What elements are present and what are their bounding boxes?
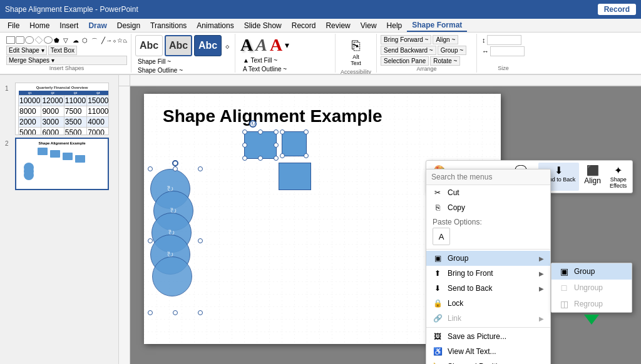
context-menu: ✂ Cut ⎘ Copy Paste Options: A ▣ Group ▶ <box>426 169 551 364</box>
shape-icon-2[interactable] <box>16 36 24 44</box>
context-item-bring-front[interactable]: ⬆ Bring to Front ▶ <box>426 266 550 281</box>
context-item-cut[interactable]: ✂ Cut <box>426 185 550 200</box>
menu-record[interactable]: Record <box>287 20 321 31</box>
context-item-copy[interactable]: ⎘ Copy <box>426 200 550 215</box>
shape-icon-8[interactable]: ☁ <box>73 37 81 44</box>
shape-icon-4[interactable] <box>35 36 43 44</box>
context-item-send-back[interactable]: ⬇ Send to Back ▶ <box>426 281 550 296</box>
group-arrow-icon: ▶ <box>539 255 544 262</box>
send-back-icon: ⬇ <box>555 164 563 176</box>
slide-thumb-1[interactable]: 1 Quarterly Financial Overview Q1Q2Q3Q4 … <box>15 83 108 135</box>
wordart-a3[interactable]: A <box>270 35 282 55</box>
slide-number-2: 2 <box>5 140 9 147</box>
menu-review[interactable]: Review <box>320 20 355 31</box>
menu-draw[interactable]: Draw <box>83 20 111 31</box>
shape-icon-15[interactable]: ⏢ <box>123 37 127 44</box>
merge-shapes-button[interactable]: Merge Shapes ▾ <box>6 56 127 65</box>
group-ribbon-button[interactable]: Group ~ <box>438 46 466 55</box>
paste-option-1[interactable]: A <box>433 228 450 245</box>
height-icon: ↕ <box>482 36 486 44</box>
alt-text-ctx-icon: ♿ <box>433 347 443 356</box>
menu-design[interactable]: Design <box>112 20 145 31</box>
menu-shape-format[interactable]: Shape Format <box>407 19 467 32</box>
shape-outline-button[interactable]: Shape Outline ~ <box>135 66 231 74</box>
arrange-label: Arrange <box>381 66 473 72</box>
menu-help[interactable]: Help <box>382 20 408 31</box>
context-item-group[interactable]: ▣ Group ▶ <box>426 251 550 266</box>
align-toolbar-button[interactable]: ⬛ Align <box>580 163 605 191</box>
wordart-more[interactable]: ▾ <box>285 40 289 50</box>
slide2-title: Shape Alignment Example <box>19 141 105 145</box>
context-item-size-position[interactable]: 📐 Size and Position... <box>426 359 550 364</box>
text-fill-button[interactable]: ▲ Text Fill ~ <box>240 56 330 64</box>
shape-icon-10[interactable]: ⌒ <box>91 37 100 44</box>
ribbon-group-size: ↕ 2.54 cm ↔ 2.54 cm Size <box>477 34 530 73</box>
ribbon-group-wordart: A A A ▾ ▲ Text Fill ~ A Text Outline ~ A… <box>235 34 336 73</box>
ribbon: ⬟ ▽ ☁ ⬡ ⌒ ╱ → ⬦ ☆ ⏢ Edit Shape ▾ Text Bo… <box>0 33 641 75</box>
green-arrow-indicator <box>584 315 599 325</box>
ribbon-group-shape-styles: Abc Abc Abc ⬦ Shape Fill ~ Shape Outline… <box>131 34 235 73</box>
shape-height-input[interactable]: 2.54 cm <box>487 35 521 45</box>
menu-transitions[interactable]: Transitions <box>145 20 192 31</box>
record-button[interactable]: Record <box>598 4 636 15</box>
shape-icon-12[interactable]: → <box>106 37 112 44</box>
slide-number-1: 1 <box>5 85 9 92</box>
text-box-button[interactable]: Text Box <box>48 46 77 55</box>
edit-shape-button[interactable]: Edit Shape ▾ <box>6 46 47 55</box>
shape-fill-button[interactable]: Shape Fill ~ <box>135 58 231 66</box>
shape-style-1[interactable]: Abc <box>135 35 163 56</box>
shape-width-input[interactable]: 2.54 cm <box>490 46 525 56</box>
ruler-vertical <box>119 86 130 364</box>
align-button[interactable]: Align ~ <box>433 35 458 44</box>
context-search-input[interactable] <box>426 169 550 185</box>
send-backward-button[interactable]: Send Backward ~ <box>381 46 436 55</box>
menu-slideshow[interactable]: Slide Show <box>239 20 287 31</box>
alt-text-button[interactable]: ⎘ Alt Text <box>348 35 364 69</box>
accessibility-label: Accessibility <box>341 69 371 75</box>
selection-pane-button[interactable]: Selection Pane <box>381 56 429 66</box>
context-item-save-picture[interactable]: 🖼 Save as Picture... <box>426 329 550 344</box>
shape-icon-14[interactable]: ☆ <box>117 37 123 44</box>
shape-icon-9[interactable]: ⬡ <box>82 37 91 44</box>
send-back-arrow-icon: ▶ <box>539 285 544 292</box>
bring-forward-button[interactable]: Bring Forward ~ <box>381 35 431 44</box>
size-label: Size <box>482 65 525 71</box>
shape-icon-6[interactable]: ⬟ <box>54 37 63 44</box>
wordart-a2[interactable]: A <box>255 35 267 55</box>
shape-icon-3[interactable] <box>25 36 34 44</box>
align-icon: ⬛ <box>587 164 599 176</box>
rotate-button[interactable]: Rotate ~ <box>430 56 460 66</box>
submenu-regroup-icon: ◫ <box>559 299 569 309</box>
context-item-link[interactable]: 🔗 Link ▶ <box>426 311 550 326</box>
submenu-ungroup[interactable]: □ Ungroup <box>551 280 632 296</box>
text-outline-button[interactable]: A Text Outline ~ <box>240 65 330 73</box>
shape-effects-toolbar-button[interactable]: ✦ Shape Effects <box>606 163 630 191</box>
canvas-slide-title: Shape Alignment Example <box>163 106 382 126</box>
menu-bar: File Home Insert Draw Design Transitions… <box>0 19 641 33</box>
context-item-paste: Paste Options: A <box>426 215 550 248</box>
submenu-regroup[interactable]: ◫ Regroup <box>551 296 632 312</box>
context-item-lock[interactable]: 🔒 Lock <box>426 296 550 311</box>
wordart-a1[interactable]: A <box>240 35 253 55</box>
shape-style-2[interactable]: Abc <box>165 35 192 56</box>
shape-icon-11[interactable]: ╱ <box>101 37 105 44</box>
shape-icon-1[interactable] <box>6 36 15 44</box>
bring-front-icon: ⬆ <box>433 269 443 278</box>
menu-insert[interactable]: Insert <box>54 20 83 31</box>
menu-home[interactable]: Home <box>24 20 54 31</box>
context-item-alt-text[interactable]: ♿ View Alt Text... <box>426 344 550 359</box>
shape-style-3[interactable]: Abc <box>194 35 222 56</box>
canvas-area: Shape Alignment Example <box>119 75 641 364</box>
slide-thumb-2[interactable]: 2 Shape Alignment Example <box>15 138 108 190</box>
top-bar: Shape Alignment Example - PowerPoint Rec… <box>0 0 641 19</box>
submenu-group[interactable]: ▣ Group <box>551 263 632 280</box>
shape-styles-more[interactable]: ⬦ <box>223 39 231 52</box>
copy-icon: ⎘ <box>433 203 443 212</box>
insert-shapes-label: Insert Shapes <box>6 65 127 71</box>
shape-icon-13[interactable]: ⬦ <box>113 37 116 44</box>
menu-animations[interactable]: Animations <box>192 20 238 31</box>
shape-icon-7[interactable]: ▽ <box>63 37 72 44</box>
menu-view[interactable]: View <box>356 20 382 31</box>
shape-icon-5[interactable] <box>44 36 53 44</box>
menu-file[interactable]: File <box>3 20 24 31</box>
